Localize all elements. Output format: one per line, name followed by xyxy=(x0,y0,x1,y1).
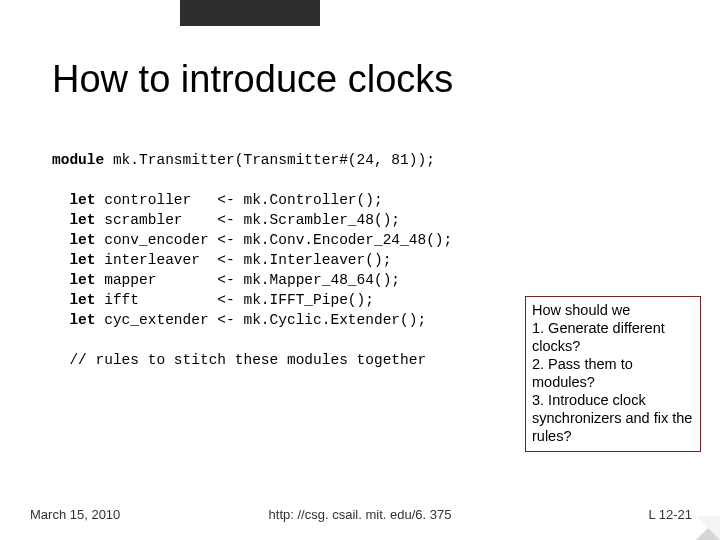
keyword-let: let xyxy=(69,212,95,228)
side-point-1: 1. Generate different clocks? xyxy=(532,319,694,355)
keyword-module: module xyxy=(52,152,104,168)
keyword-let: let xyxy=(69,232,95,248)
code-comment: // rules to stitch these modules togethe… xyxy=(69,352,426,368)
code-line: cyc_extender <- mk.Cyclic.Extender(); xyxy=(96,312,427,328)
code-line: conv_encoder <- mk.Conv.Encoder_24_48(); xyxy=(96,232,453,248)
code-block: module mk.Transmitter(Transmitter#(24, 8… xyxy=(52,150,452,370)
code-line: scrambler <- mk.Scrambler_48(); xyxy=(96,212,401,228)
side-question-box: How should we 1. Generate different cloc… xyxy=(525,296,701,452)
keyword-let: let xyxy=(69,292,95,308)
code-line: controller <- mk.Controller(); xyxy=(96,192,383,208)
footer-page-number: L 12-21 xyxy=(648,507,692,522)
code-line: ifft <- mk.IFFT_Pipe(); xyxy=(96,292,374,308)
code-line: mapper <- mk.Mapper_48_64(); xyxy=(96,272,401,288)
side-question: How should we xyxy=(532,301,694,319)
keyword-let: let xyxy=(69,192,95,208)
footer-url: http: //csg. csail. mit. edu/6. 375 xyxy=(0,507,720,522)
slide-title: How to introduce clocks xyxy=(52,58,453,101)
keyword-let: let xyxy=(69,252,95,268)
code-line: interleaver <- mk.Interleaver(); xyxy=(96,252,392,268)
keyword-let: let xyxy=(69,312,95,328)
side-point-2: 2. Pass them to modules? xyxy=(532,355,694,391)
side-point-3: 3. Introduce clock synchronizers and fix… xyxy=(532,391,694,445)
keyword-let: let xyxy=(69,272,95,288)
module-declaration: mk.Transmitter(Transmitter#(24, 81)); xyxy=(104,152,435,168)
page-curl-icon xyxy=(696,516,720,540)
decorative-tab xyxy=(180,0,320,26)
